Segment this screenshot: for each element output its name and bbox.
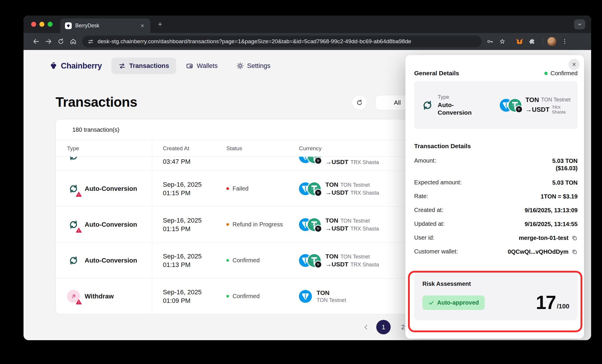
passwords-key-icon[interactable] (484, 35, 496, 48)
transaction-details-fields: Amount: 5.03 TON($16.03) Expected amount… (414, 157, 578, 256)
summary-type-value: Auto-Conversion (438, 101, 474, 116)
copy-icon (571, 249, 578, 255)
close-window-button[interactable] (31, 22, 36, 27)
panel-status-label: Confirmed (551, 70, 578, 77)
chainberry-logo-icon (49, 61, 58, 70)
tab-close-icon[interactable] (138, 22, 146, 30)
nav-item-transactions[interactable]: Transactions (111, 58, 176, 74)
detail-row-rate: Rate: 1TON = $3.19 (414, 193, 578, 200)
auto-approved-badge: Auto-approved (422, 295, 485, 310)
close-icon (571, 62, 577, 67)
profile-avatar[interactable] (547, 37, 557, 46)
risk-score: 17 /100 (536, 294, 569, 311)
detail-row-updated-at: Updated at: 9/16/2025, 13:14:55 (414, 221, 578, 228)
bookmark-star-icon[interactable] (496, 35, 509, 48)
tron-badge-icon (315, 190, 321, 196)
filter-all-label: All (394, 99, 401, 106)
cell-created-date: Sep-16, 2025 (163, 216, 202, 225)
tab-list-chevron-icon[interactable] (574, 19, 585, 29)
url-text: desk-stg.chainberry.com/dashboard/transa… (98, 38, 411, 45)
currency-to-network: TRX Shasta (350, 262, 379, 268)
cell-created-time: 01:13 PM (163, 261, 202, 269)
currency-pair-icons (299, 254, 321, 267)
cell-status: Refund in Progress (233, 221, 283, 228)
panel-header: General Details Confirmed (414, 70, 578, 77)
panel-close-button[interactable] (568, 59, 580, 70)
transaction-details-panel: General Details Confirmed Type Auto-Conv… (405, 55, 584, 339)
tron-badge-icon (315, 226, 321, 232)
summary-to: →USDT (526, 106, 550, 113)
nav-label-settings: Settings (247, 62, 271, 70)
berrydesk-favicon-icon (65, 22, 72, 29)
currency-to-network: TRX Shasta (350, 159, 379, 165)
url-bar[interactable]: desk-stg.chainberry.com/dashboard/transa… (82, 36, 481, 47)
new-tab-button[interactable] (155, 19, 165, 29)
auto-conversion-icon (67, 254, 80, 267)
panel-status: Confirmed (544, 70, 578, 77)
minimize-window-button[interactable] (39, 22, 44, 27)
site-info-icon[interactable] (88, 39, 94, 45)
maximize-window-button[interactable] (48, 22, 53, 27)
auto-conversion-icon (421, 99, 434, 111)
copy-wallet-button[interactable] (571, 249, 578, 255)
status-dot (226, 187, 229, 190)
pagination-page-1[interactable]: 1 (376, 320, 391, 334)
cell-created-time: 03:47 PM (163, 157, 190, 166)
column-header-type: Type (56, 140, 152, 156)
nav-item-settings[interactable]: Settings (230, 58, 278, 74)
transaction-summary-card: Type Auto-Conversion TONTON Testnet →USD… (414, 81, 578, 129)
extensions-puzzle-icon[interactable] (526, 35, 538, 48)
copy-user-id-button[interactable] (571, 235, 578, 241)
tron-badge-icon (315, 261, 321, 268)
cell-created-date: Sep-16, 2025 (163, 180, 202, 189)
detail-row-user-id: User id: merge-ton-01-test (414, 234, 578, 242)
status-dot (544, 72, 548, 75)
ton-icon (299, 290, 312, 303)
summary-from: TON (526, 96, 539, 104)
nav-label-wallets: Wallets (197, 62, 218, 70)
copy-icon (571, 235, 578, 241)
cell-status: Confirmed (233, 293, 260, 300)
cell-type: Withdraw (85, 293, 114, 300)
risk-assessment-card: Risk Assessment Auto-approved 17 /100 (414, 272, 578, 320)
currency-to: →USDT (325, 158, 348, 165)
wallet-icon (186, 62, 193, 69)
nav-item-wallets[interactable]: Wallets (179, 58, 225, 74)
cell-created-date: Sep-16, 2025 (163, 252, 202, 261)
summary-type-label: Type (438, 94, 474, 100)
check-icon (428, 300, 434, 306)
back-button[interactable] (30, 35, 42, 48)
reload-button[interactable] (55, 35, 67, 48)
cell-created-time: 01:15 PM (163, 225, 202, 233)
currency-from-network: TON Testnet (340, 218, 370, 224)
detail-row-amount: Amount: 5.03 TON($16.03) (414, 157, 578, 172)
detail-row-customer-wallet: Customer wallet: 0QCwQI...vQHOdDym (414, 248, 578, 256)
currency-pair-icons (299, 218, 321, 231)
home-button[interactable] (67, 35, 79, 48)
currency-to: →USDT (325, 261, 348, 268)
tab-strip: BerryDesk (24, 16, 591, 33)
warning-badge-icon (76, 227, 82, 233)
brand-logo[interactable]: Chainberry (49, 61, 102, 71)
cell-created-time: 01:09 PM (163, 296, 202, 305)
summary-to-network: TRX Shasta (552, 105, 566, 114)
app-nav: Chainberry Transactions Wallets Settings (49, 57, 277, 74)
pagination-prev-icon[interactable] (362, 323, 370, 331)
browser-menu-icon[interactable] (558, 35, 571, 48)
forward-button[interactable] (42, 35, 55, 48)
currency-to-network: TRX Shasta (350, 226, 379, 232)
risk-score-value: 17 (536, 294, 556, 311)
auto-conversion-icon (67, 182, 80, 195)
risk-assessment-title: Risk Assessment (422, 280, 569, 287)
auto-conversion-icon (67, 157, 80, 163)
currency-from-network: TON Testnet (317, 297, 346, 303)
refresh-icon (356, 99, 363, 106)
refresh-button[interactable] (352, 95, 367, 110)
cell-status: Failed (233, 185, 248, 192)
status-dot (226, 295, 229, 298)
nav-label-transactions: Transactions (129, 62, 169, 70)
browser-tab[interactable]: BerryDesk (60, 19, 150, 33)
tron-badge-icon (516, 106, 522, 112)
page-title: Transactions (56, 94, 137, 110)
metamask-extension-icon[interactable] (513, 35, 526, 48)
